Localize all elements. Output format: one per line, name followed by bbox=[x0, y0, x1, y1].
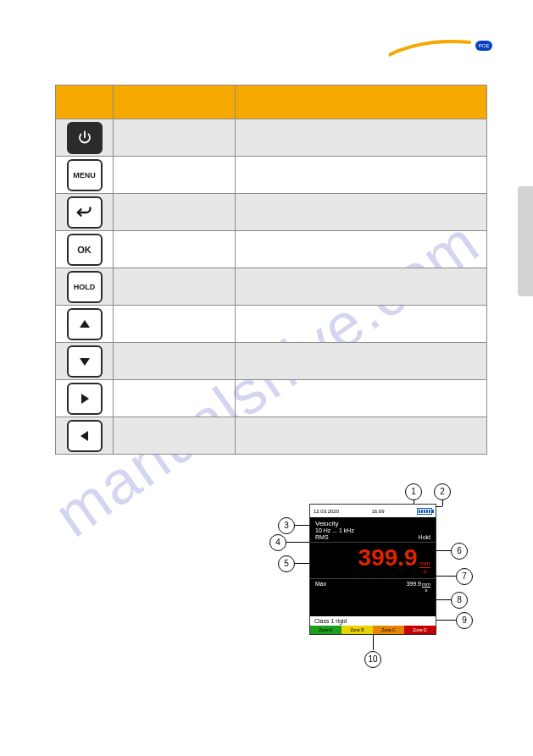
lcd-rms-label: RMS bbox=[315, 534, 329, 540]
callout-10: 10 bbox=[364, 650, 381, 668]
lcd-date: 12.03.2020 bbox=[314, 509, 339, 514]
cell bbox=[114, 194, 236, 231]
callout-7: 7 bbox=[456, 567, 473, 585]
callout-1: 1 bbox=[405, 483, 422, 500]
down-key bbox=[67, 345, 103, 378]
right-icon bbox=[78, 392, 92, 406]
down-icon bbox=[78, 355, 92, 368]
table-row bbox=[56, 380, 487, 417]
power-key bbox=[67, 122, 103, 154]
ok-key: OK bbox=[67, 234, 103, 266]
table-row: HOLD bbox=[56, 268, 487, 306]
zone-d: Zone D bbox=[404, 626, 436, 634]
up-icon bbox=[78, 317, 92, 331]
lcd-main-reading: 399.9 mms bbox=[315, 546, 430, 575]
table-row bbox=[56, 306, 487, 343]
cell bbox=[114, 157, 236, 194]
power-icon bbox=[77, 130, 92, 146]
keys-th-2 bbox=[114, 86, 236, 119]
keys-th-3 bbox=[236, 86, 487, 119]
table-row bbox=[56, 119, 487, 157]
lcd-mode-title: Velocity bbox=[315, 520, 430, 527]
lcd-range: 10 Hz ... 1 kHz bbox=[315, 527, 430, 533]
cell bbox=[114, 268, 236, 306]
table-row: OK bbox=[56, 231, 487, 268]
cell bbox=[236, 343, 487, 380]
lcd-hold-label: Hold bbox=[419, 534, 430, 540]
callout-5: 5 bbox=[278, 555, 295, 572]
cell bbox=[114, 380, 236, 417]
brand-badge: PCE bbox=[475, 41, 492, 51]
lcd-value: 399.9 bbox=[358, 546, 418, 570]
cell bbox=[236, 194, 487, 231]
cell bbox=[236, 231, 487, 268]
cell bbox=[114, 119, 236, 157]
lcd-time: 16:09 bbox=[372, 509, 385, 514]
back-icon bbox=[75, 206, 94, 219]
cell bbox=[114, 343, 236, 380]
zone-a: Zone A bbox=[310, 626, 341, 634]
cell bbox=[114, 231, 236, 268]
cell bbox=[236, 119, 487, 157]
callout-8: 8 bbox=[451, 591, 468, 609]
keys-th-1 bbox=[56, 86, 114, 119]
menu-key: MENU bbox=[67, 159, 103, 191]
cell bbox=[236, 306, 487, 343]
back-key bbox=[67, 196, 103, 229]
keys-table: MENU OK HOLD bbox=[55, 85, 487, 455]
callout-2: 2 bbox=[434, 483, 451, 500]
lcd-zones: Zone A Zone B Zone C Zone D bbox=[310, 626, 436, 634]
cell bbox=[236, 380, 487, 417]
cell bbox=[236, 268, 487, 306]
cell bbox=[114, 306, 236, 343]
cell bbox=[236, 417, 487, 455]
table-row bbox=[56, 417, 487, 455]
battery-icon bbox=[417, 508, 432, 515]
callout-4: 4 bbox=[269, 533, 286, 551]
lcd-max-label: Max bbox=[315, 581, 326, 587]
table-row bbox=[56, 343, 487, 380]
callout-9: 9 bbox=[456, 611, 473, 629]
lcd-screen: 12.03.2020 16:09 Velocity 10 Hz ... 1 kH… bbox=[309, 504, 436, 635]
left-key bbox=[67, 420, 103, 452]
callout-3: 3 bbox=[278, 516, 295, 534]
lcd-max-value: 399.9 mms bbox=[406, 581, 430, 593]
right-key bbox=[67, 383, 103, 415]
hold-key: HOLD bbox=[67, 271, 103, 303]
cell bbox=[114, 417, 236, 455]
lcd-statusbar: 12.03.2020 16:09 bbox=[310, 505, 436, 517]
page-tab bbox=[518, 186, 533, 296]
up-key bbox=[67, 308, 103, 340]
lcd-diagram: 1 2 3 4 5 6 7 8 9 10 12.03.2020 16:09 Ve… bbox=[263, 483, 491, 669]
left-icon bbox=[78, 429, 92, 443]
callout-6: 6 bbox=[451, 542, 468, 560]
zone-b: Zone B bbox=[341, 626, 373, 634]
table-row: MENU bbox=[56, 157, 487, 194]
lcd-unit: mms bbox=[419, 560, 430, 575]
cell bbox=[236, 157, 487, 194]
lcd-class-label: Class 1 rigid bbox=[310, 616, 436, 626]
table-row bbox=[56, 194, 487, 231]
zone-c: Zone C bbox=[373, 626, 404, 634]
